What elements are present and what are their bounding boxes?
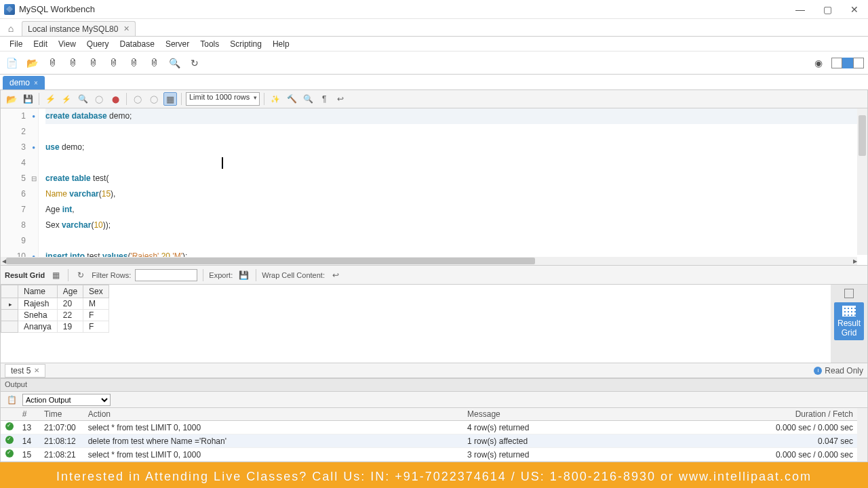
wrap-cell-icon[interactable]: ↩ — [329, 268, 342, 282]
clear-output-icon[interactable]: 📋 — [5, 393, 18, 407]
result-sidebar: Result Grid — [831, 285, 867, 363]
beautify-icon[interactable] — [269, 92, 282, 106]
code-area[interactable]: create database demo;use demo;create tab… — [39, 108, 867, 265]
close-icon[interactable]: ✕ — [34, 367, 39, 374]
grid-view-icon[interactable]: ▦ — [49, 268, 62, 282]
left-panel-toggle[interactable] — [831, 58, 842, 68]
wrap-cell-label: Wrap Cell Content: — [262, 271, 325, 279]
result-grid-label: Result Grid — [5, 271, 45, 279]
sql-tab-label: demo — [9, 78, 30, 87]
output-scrollbar[interactable] — [857, 408, 867, 462]
output-row[interactable]: 1521:08:21select * from test LIMIT 0, 10… — [1, 448, 857, 462]
create-view-icon[interactable] — [146, 56, 161, 70]
menu-view[interactable]: View — [53, 38, 81, 50]
rollback-icon[interactable] — [147, 92, 161, 106]
create-table-icon[interactable] — [126, 56, 141, 70]
result-toolbar: Result Grid ▦ ↻ Filter Rows: Export: 💾 W… — [0, 266, 868, 285]
menu-query[interactable]: Query — [81, 38, 115, 50]
close-button[interactable]: ✕ — [841, 0, 868, 19]
horizontal-scrollbar[interactable]: ◀ ▶ — [1, 257, 857, 265]
find-icon[interactable]: 🔨 — [285, 92, 298, 106]
result-tab[interactable]: test 5 ✕ — [5, 364, 45, 378]
new-sql-tab-icon[interactable]: 📄 — [4, 56, 19, 70]
connection-tab[interactable]: Local instance MySQL80 ✕ — [22, 21, 136, 36]
gutter: 12345678910 — [1, 108, 39, 265]
stop-icon[interactable] — [92, 92, 106, 106]
title-bar: MySQL Workbench — ▢ ✕ — [0, 0, 868, 19]
read-only-indicator: i Read Only — [814, 366, 863, 375]
wrap-icon[interactable]: ↩ — [334, 92, 347, 106]
export-label: Export: — [209, 271, 233, 279]
info-icon: i — [814, 367, 822, 375]
connection-bar: ⌂ Local instance MySQL80 ✕ — [0, 19, 868, 37]
stop-on-error-icon[interactable] — [108, 92, 122, 106]
invisible-chars-icon[interactable]: ¶ — [317, 92, 331, 106]
execute-current-icon[interactable] — [60, 92, 73, 106]
reconnect-icon[interactable]: ↻ — [187, 56, 202, 70]
menu-scripting[interactable]: Scripting — [224, 38, 267, 50]
settings-icon[interactable]: ◉ — [811, 56, 826, 70]
success-icon — [5, 436, 14, 444]
connection-tab-label: Local instance MySQL80 — [28, 24, 118, 34]
panel-toggle-icon[interactable] — [844, 289, 854, 298]
commit-icon[interactable] — [131, 92, 144, 106]
open-file-icon[interactable] — [5, 92, 18, 106]
open-sql-file-icon[interactable]: 📂 — [24, 56, 39, 70]
export-icon[interactable]: 💾 — [237, 268, 250, 282]
scroll-right-icon[interactable]: ▶ — [850, 257, 860, 265]
grid-icon — [842, 306, 856, 317]
maximize-button[interactable]: ▢ — [814, 0, 841, 19]
data-export-icon[interactable] — [85, 56, 100, 70]
menu-edit[interactable]: Edit — [28, 38, 53, 50]
close-icon[interactable]: × — [34, 79, 38, 87]
output-type-select[interactable]: Action Output — [22, 394, 111, 406]
table-row[interactable]: Sneha22F — [1, 310, 109, 321]
home-icon[interactable]: ⌂ — [3, 21, 19, 36]
minimize-button[interactable]: — — [787, 0, 814, 19]
search-panel-icon[interactable]: 🔍 — [301, 92, 315, 106]
search-icon[interactable]: 🔍 — [167, 56, 182, 70]
result-tab-bar: test 5 ✕ i Read Only — [0, 363, 868, 378]
footer-banner: Interested in Attending Live Classes? Ca… — [0, 462, 868, 488]
text-caret — [222, 157, 223, 169]
menu-file[interactable]: File — [4, 38, 28, 50]
menu-server[interactable]: Server — [160, 38, 195, 50]
panel-toggles — [831, 58, 864, 68]
close-icon[interactable]: ✕ — [123, 24, 130, 33]
menu-tools[interactable]: Tools — [195, 38, 224, 50]
query-toolbar: 🔍 Limit to 1000 rows 🔨 🔍 ¶ ↩ — [0, 89, 868, 108]
table-row[interactable]: Rajesh20M — [1, 298, 109, 310]
autocommit-toggle-icon[interactable] — [163, 92, 177, 106]
result-grid[interactable]: NameAgeSexRajesh20MSneha22FAnanya19F — [1, 285, 831, 363]
menu-bar: File Edit View Query Database Server Too… — [0, 37, 868, 52]
menu-database[interactable]: Database — [115, 38, 160, 50]
menu-help[interactable]: Help — [267, 38, 295, 50]
refresh-icon[interactable]: ↻ — [74, 268, 87, 282]
result-tab-label: test 5 — [11, 366, 31, 375]
success-icon — [5, 449, 14, 458]
output-toolbar: 📋 Action Output — [0, 392, 868, 408]
filter-rows-input[interactable] — [135, 269, 197, 281]
bottom-panel-toggle[interactable] — [842, 58, 853, 68]
create-schema-icon[interactable] — [106, 56, 121, 70]
explain-icon[interactable]: 🔍 — [76, 92, 90, 106]
output-row[interactable]: 1421:08:12delete from test where Name ='… — [1, 434, 857, 448]
sql-tab[interactable]: demo × — [3, 76, 45, 89]
limit-rows-select[interactable]: Limit to 1000 rows — [186, 92, 260, 106]
filter-rows-label: Filter Rows: — [92, 271, 131, 279]
inspector-icon[interactable] — [45, 56, 60, 70]
vertical-scrollbar[interactable] — [857, 108, 867, 255]
data-import-icon[interactable] — [65, 56, 80, 70]
save-file-icon[interactable] — [21, 92, 35, 106]
output-row[interactable]: 1321:07:00select * from test LIMIT 0, 10… — [1, 421, 857, 434]
table-row[interactable]: Ananya19F — [1, 321, 109, 333]
output-header: Output — [0, 378, 868, 392]
execute-icon[interactable] — [43, 92, 57, 106]
output-table[interactable]: #TimeActionMessageDuration / Fetch1321:0… — [0, 408, 868, 462]
sql-tab-bar: demo × — [0, 75, 868, 89]
sql-editor[interactable]: 12345678910 create database demo;use dem… — [0, 108, 868, 266]
success-icon — [5, 422, 14, 430]
result-grid-button[interactable]: Result Grid — [834, 302, 864, 340]
right-panel-toggle[interactable] — [853, 58, 864, 68]
main-toolbar: 📄 📂 🔍 ↻ ◉ — [0, 52, 868, 75]
